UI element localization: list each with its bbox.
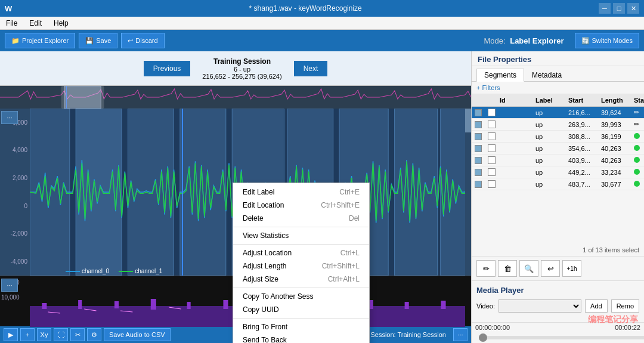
color-indicator xyxy=(475,109,482,116)
segments-header: Id Label Start Length Status xyxy=(472,94,644,107)
folder-icon: 📁 xyxy=(11,37,20,45)
cm-adjust-location[interactable]: Adjust Location Ctrl+L xyxy=(233,246,369,259)
discard-icon: ↩ xyxy=(128,37,133,45)
remove-video-button[interactable]: Remo xyxy=(611,299,639,313)
scroll-thumb[interactable] xyxy=(465,109,471,132)
color-indicator xyxy=(475,121,482,128)
length-cell: 39,624 xyxy=(599,109,632,117)
previous-button[interactable]: Previous xyxy=(144,61,191,76)
edit-icon: ✏ xyxy=(634,120,639,128)
undo-button[interactable]: ↩ xyxy=(541,260,560,277)
project-explorer-button[interactable]: 📁 Project Explorer xyxy=(5,33,75,48)
cm-delete[interactable]: Delete Del xyxy=(233,212,369,225)
time-slider[interactable] xyxy=(479,336,644,339)
status-cell xyxy=(632,144,644,153)
minimize-button[interactable]: ─ xyxy=(599,3,611,14)
table-row[interactable]: up 308,8... 36,199 xyxy=(472,131,644,143)
fit-button[interactable]: ⛶ xyxy=(54,328,68,341)
cm-edit-label[interactable]: Edit Label Ctrl+E xyxy=(233,186,369,199)
table-row[interactable]: up 449,2... 33,234 xyxy=(472,166,644,178)
close-button[interactable]: ✕ xyxy=(627,3,639,14)
add-time-button[interactable]: +1h xyxy=(562,260,581,277)
slider-thumb[interactable] xyxy=(479,333,487,342)
delete-segment-button[interactable]: 🗑 xyxy=(498,260,517,277)
table-row[interactable]: up 263,9... 39,993 ✏ xyxy=(472,119,644,131)
discard-button[interactable]: ↩ Discard xyxy=(121,33,164,48)
row-checkbox[interactable] xyxy=(488,156,496,164)
table-row[interactable]: up 216,6... 39,624 ✏ xyxy=(472,107,644,119)
label-cell: up xyxy=(534,156,566,165)
maximize-button[interactable]: □ xyxy=(613,3,625,14)
cm-adjust-length[interactable]: Adjust Length Ctrl+Shift+L xyxy=(233,259,369,273)
media-player: Media Player Video: Add Remo xyxy=(472,281,644,322)
col-length: Length xyxy=(599,96,632,104)
switch-icon: 🔄 xyxy=(581,37,590,45)
more-button[interactable]: ··· xyxy=(453,328,467,341)
add-video-button[interactable]: Add xyxy=(585,299,608,313)
label-cell: up xyxy=(534,109,566,117)
video-select[interactable] xyxy=(499,299,581,313)
items-count: 1 of 13 items select xyxy=(472,244,644,257)
xy-button[interactable]: Xy xyxy=(37,328,51,341)
cm-send-to-back[interactable]: Send To Back xyxy=(233,333,369,343)
settings-button[interactable]: ⚙ xyxy=(87,328,101,341)
switch-modes-button[interactable]: 🔄 Switch Modes xyxy=(575,33,639,48)
svg-rect-18 xyxy=(78,300,82,309)
segments-table: up 216,6... 39,624 ✏ up 263,9... 39,993 … xyxy=(472,107,644,244)
cm-divider-3 xyxy=(233,288,369,288)
spectrogram-context-button[interactable]: ··· xyxy=(1,279,18,292)
row-checkbox[interactable] xyxy=(488,180,496,188)
row-checkbox[interactable] xyxy=(488,132,496,140)
audio-panel: Previous Training Session 6 - up 216,652… xyxy=(0,51,471,343)
start-cell: 354,6... xyxy=(566,144,599,153)
menu-help[interactable]: Help xyxy=(51,18,71,29)
table-row[interactable]: up 354,6... 40,263 xyxy=(472,143,644,154)
save-button[interactable]: 💾 Save xyxy=(79,33,117,48)
slider-container[interactable] xyxy=(472,332,644,343)
play-button[interactable]: ▶ xyxy=(4,328,18,341)
search-button[interactable]: 🔍 xyxy=(519,260,538,277)
edit-segment-button[interactable]: ✏ xyxy=(476,260,496,277)
training-info: Training Session 6 - up 216,652 - 256,27… xyxy=(202,57,281,80)
label-cell: up xyxy=(534,168,566,177)
next-button[interactable]: Next xyxy=(294,61,328,76)
length-cell: 40,263 xyxy=(599,156,632,165)
cm-adjust-size[interactable]: Adjust Size Ctrl+Alt+L xyxy=(233,273,369,286)
save-audio-button[interactable]: Save Audio to CSV xyxy=(104,328,171,341)
table-row[interactable]: up 483,7... 30,677 xyxy=(472,178,644,190)
overview-svg xyxy=(0,86,471,109)
menu-edit[interactable]: Edit xyxy=(27,18,44,29)
waveform-context-button[interactable]: ··· xyxy=(1,111,18,124)
cm-copy-uuid[interactable]: Copy UUID xyxy=(233,303,369,316)
waveform-overview[interactable] xyxy=(0,86,471,109)
filter-row[interactable]: + Filters xyxy=(472,82,644,94)
col-id: Id xyxy=(498,96,534,104)
row-checkbox[interactable] xyxy=(488,168,496,176)
cm-bring-to-front[interactable]: Bring To Front xyxy=(233,320,369,333)
channel1-label: channel_1 xyxy=(119,268,162,274)
menu-file[interactable]: File xyxy=(4,18,20,29)
tab-metadata[interactable]: Metadata xyxy=(524,69,569,81)
y-label-0: 0 xyxy=(24,203,27,209)
channel0-line xyxy=(66,271,80,272)
row-checkbox[interactable] xyxy=(488,120,496,128)
cm-copy-another-sess[interactable]: Copy To Another Sess xyxy=(233,290,369,303)
cm-edit-location[interactable]: Edit Location Ctrl+Shift+E xyxy=(233,199,369,212)
add-marker-button[interactable]: + xyxy=(20,328,35,341)
table-row[interactable]: up 403,9... 40,263 xyxy=(472,154,644,166)
label-cell: up xyxy=(534,120,566,129)
cm-view-statistics[interactable]: View Statistics xyxy=(233,229,369,242)
tab-segments[interactable]: Segments xyxy=(476,69,524,82)
scissors-button[interactable]: ✂ xyxy=(70,328,85,341)
svg-rect-22 xyxy=(223,300,228,309)
right-panel: File Properties Segments Metadata + Filt… xyxy=(471,51,644,343)
row-checkbox[interactable] xyxy=(488,144,496,152)
row-checkbox[interactable] xyxy=(488,109,496,116)
status-dot xyxy=(634,145,640,151)
color-indicator xyxy=(475,157,482,164)
training-bar: Previous Training Session 6 - up 216,652… xyxy=(0,51,471,86)
svg-rect-28 xyxy=(441,301,445,309)
vertical-scrollbar[interactable] xyxy=(465,109,471,276)
svg-rect-20 xyxy=(151,299,156,310)
channel0-label: channel_0 xyxy=(66,268,109,274)
